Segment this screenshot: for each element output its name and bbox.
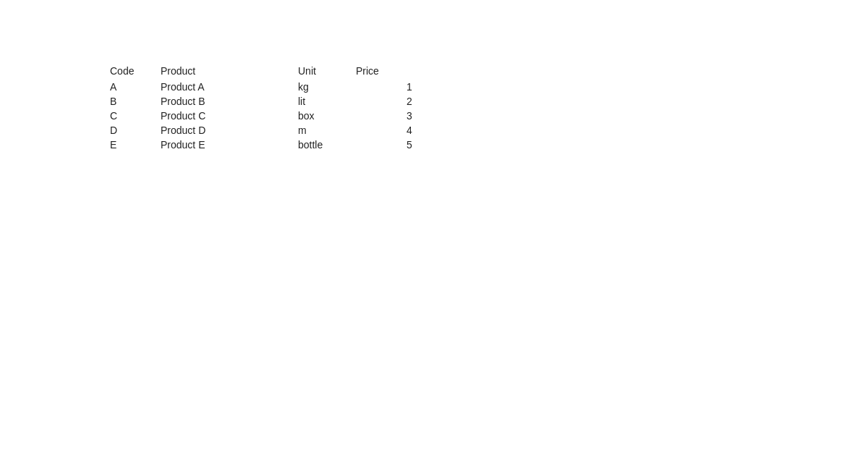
cell-unit: lit: [298, 94, 356, 109]
cell-unit: kg: [298, 80, 356, 94]
cell-code: A: [110, 80, 161, 94]
cell-unit: bottle: [298, 138, 356, 152]
cell-code: E: [110, 138, 161, 152]
cell-price-label: [356, 94, 399, 109]
cell-unit: m: [298, 123, 356, 138]
cell-price-value: 4: [399, 123, 428, 138]
header-price: Price: [356, 64, 399, 80]
cell-price-value: 5: [399, 138, 428, 152]
table-row: CProduct Cbox3: [110, 109, 428, 123]
cell-product: Product C: [161, 109, 298, 123]
header-price-value: [399, 64, 428, 80]
cell-code: B: [110, 94, 161, 109]
table-row: AProduct Akg1: [110, 80, 428, 94]
cell-product: Product E: [161, 138, 298, 152]
header-product: Product: [161, 64, 298, 80]
cell-price-value: 3: [399, 109, 428, 123]
table-row: BProduct Blit2: [110, 94, 428, 109]
product-table: Code Product Unit Price AProduct Akg1BPr…: [110, 64, 428, 152]
cell-product: Product D: [161, 123, 298, 138]
cell-price-label: [356, 138, 399, 152]
cell-product: Product B: [161, 94, 298, 109]
cell-code: C: [110, 109, 161, 123]
cell-code: D: [110, 123, 161, 138]
cell-unit: box: [298, 109, 356, 123]
cell-price-value: 1: [399, 80, 428, 94]
header-code: Code: [110, 64, 161, 80]
header-unit: Unit: [298, 64, 356, 80]
cell-price-label: [356, 109, 399, 123]
cell-price-label: [356, 80, 399, 94]
cell-product: Product A: [161, 80, 298, 94]
table-row: EProduct Ebottle5: [110, 138, 428, 152]
cell-price-value: 2: [399, 94, 428, 109]
cell-price-label: [356, 123, 399, 138]
table-row: DProduct Dm4: [110, 123, 428, 138]
table-header-row: Code Product Unit Price: [110, 64, 428, 80]
product-table-container: Code Product Unit Price AProduct Akg1BPr…: [110, 64, 428, 152]
